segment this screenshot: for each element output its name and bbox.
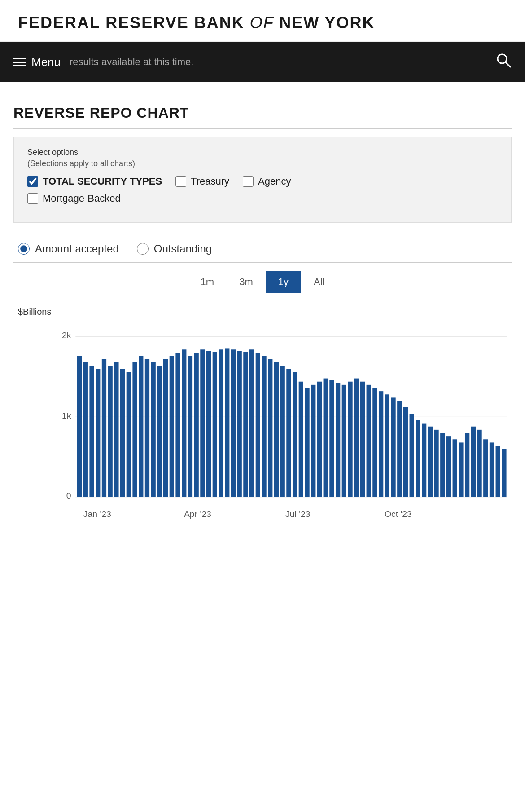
svg-rect-24 [175,353,180,497]
svg-rect-39 [268,359,272,497]
svg-rect-8 [77,356,82,497]
svg-rect-65 [428,427,433,497]
page-title: REVERSE REPO CHART [13,96,512,129]
site-title: FEDERAL RESERVE BANK of NEW YORK [18,13,507,32]
svg-rect-29 [206,351,211,497]
chart-container: $Billions 2k 1k 0 Jan '23 Apr '23 Jul '2… [13,302,512,577]
svg-line-1 [505,62,510,67]
checkbox-row-2: Mortgage-Backed [27,193,498,204]
svg-rect-21 [157,366,162,497]
svg-rect-54 [360,382,365,497]
hamburger-icon [13,58,26,66]
radio-group: Amount accepted Outstanding [13,234,512,260]
options-sublabel: (Selections apply to all charts) [27,159,498,168]
svg-rect-26 [188,356,192,497]
checkbox-treasury-label: Treasury [191,176,229,187]
svg-rect-27 [194,353,199,497]
menu-label: Menu [31,55,61,69]
checkbox-total-input[interactable] [27,176,38,187]
svg-rect-70 [459,442,463,497]
radio-amount[interactable]: Amount accepted [18,243,119,255]
svg-rect-28 [200,349,205,497]
search-button[interactable] [495,52,512,72]
svg-rect-47 [317,382,322,497]
checkbox-mortgage-input[interactable] [27,193,38,204]
svg-rect-19 [145,359,149,497]
time-btn-1y[interactable]: 1y [266,271,301,293]
svg-rect-32 [225,348,229,497]
chart-svg: 2k 1k 0 Jan '23 Apr '23 Jul '23 Oct '23 [49,321,512,545]
svg-rect-17 [132,362,137,497]
svg-rect-48 [324,379,328,497]
svg-rect-72 [471,427,476,497]
svg-rect-73 [477,430,481,497]
time-btn-all[interactable]: All [301,271,337,293]
radio-outstanding[interactable]: Outstanding [137,243,212,255]
svg-rect-59 [391,397,395,497]
checkbox-mortgage[interactable]: Mortgage-Backed [27,193,121,204]
time-btn-3m[interactable]: 3m [227,271,266,293]
svg-text:0: 0 [66,491,71,500]
checkbox-mortgage-label: Mortgage-Backed [43,193,121,204]
svg-rect-36 [249,349,254,497]
svg-rect-34 [237,351,242,497]
svg-rect-40 [274,362,279,497]
svg-rect-31 [219,349,223,497]
radio-amount-input[interactable] [18,243,30,255]
chart-y-label: $Billions [13,307,512,317]
options-panel: Select options (Selections apply to all … [13,137,512,223]
svg-rect-67 [440,433,445,497]
checkbox-agency-input[interactable] [243,176,254,187]
svg-rect-16 [127,372,131,497]
svg-rect-35 [243,352,248,497]
svg-rect-62 [410,414,414,497]
svg-rect-68 [446,436,451,497]
svg-rect-75 [490,442,494,497]
svg-rect-66 [434,430,438,497]
svg-rect-69 [453,439,457,497]
checkbox-treasury-input[interactable] [175,176,186,187]
svg-rect-18 [139,356,143,497]
svg-rect-74 [483,439,488,497]
svg-rect-56 [372,388,377,497]
svg-rect-23 [170,356,174,497]
svg-rect-33 [231,349,236,497]
svg-text:Apr '23: Apr '23 [184,510,211,519]
divider [13,262,512,263]
svg-text:1k: 1k [62,411,71,420]
svg-rect-52 [348,382,352,497]
radio-outstanding-input[interactable] [137,243,149,255]
checkbox-agency[interactable]: Agency [243,176,291,187]
svg-rect-49 [329,380,334,497]
svg-rect-71 [465,433,469,497]
svg-rect-58 [385,394,389,497]
svg-rect-63 [416,420,420,497]
svg-text:Oct '23: Oct '23 [385,510,412,519]
svg-rect-41 [280,366,285,497]
svg-rect-13 [108,366,113,497]
svg-rect-11 [96,369,100,497]
checkbox-total-label: TOTAL SECURITY TYPES [43,176,162,187]
radio-outstanding-label: Outstanding [154,243,212,255]
chart-wrapper: 2k 1k 0 Jan '23 Apr '23 Jul '23 Oct '23 [13,321,512,572]
svg-rect-55 [367,385,371,497]
svg-rect-22 [163,359,168,497]
svg-rect-38 [262,356,266,497]
svg-rect-57 [379,391,383,497]
time-btn-1m[interactable]: 1m [188,271,227,293]
svg-rect-77 [502,449,506,497]
svg-text:Jul '23: Jul '23 [285,510,311,519]
svg-rect-76 [496,446,500,497]
svg-rect-60 [397,401,402,497]
checkbox-treasury[interactable]: Treasury [175,176,229,187]
svg-rect-64 [422,424,426,497]
navbar-notice: results available at this time. [61,56,495,68]
svg-rect-10 [89,366,94,497]
svg-rect-43 [293,372,297,497]
checkbox-total[interactable]: TOTAL SECURITY TYPES [27,176,162,187]
time-range-row: 1m 3m 1y All [13,271,512,293]
checkbox-agency-label: Agency [258,176,291,187]
menu-button[interactable]: Menu [13,55,61,69]
header: FEDERAL RESERVE BANK of NEW YORK [0,0,525,42]
svg-rect-20 [151,362,156,497]
